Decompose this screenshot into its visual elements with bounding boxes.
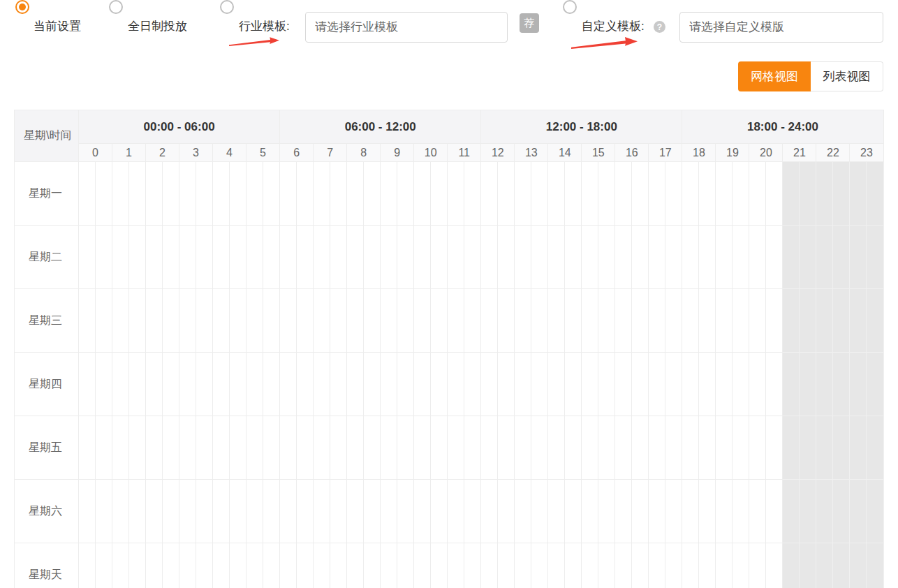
custom-template-select[interactable] — [679, 12, 883, 43]
schedule-cell[interactable] — [364, 289, 381, 353]
schedule-cell[interactable] — [364, 543, 381, 588]
schedule-cell[interactable] — [733, 162, 749, 226]
schedule-cell[interactable] — [498, 416, 515, 480]
schedule-cell[interactable] — [515, 289, 531, 353]
schedule-cell[interactable] — [79, 543, 96, 588]
schedule-cell[interactable] — [598, 416, 615, 480]
schedule-cell[interactable] — [96, 289, 112, 353]
schedule-cell[interactable] — [766, 416, 783, 480]
schedule-cell[interactable] — [397, 416, 414, 480]
schedule-cell[interactable] — [615, 480, 632, 543]
schedule-cell[interactable] — [481, 162, 498, 226]
schedule-cell[interactable] — [414, 162, 431, 226]
schedule-cell[interactable] — [816, 416, 833, 480]
schedule-cell[interactable] — [498, 353, 515, 416]
schedule-cell[interactable] — [196, 543, 213, 588]
schedule-cell[interactable] — [800, 543, 816, 588]
schedule-cell[interactable] — [196, 162, 213, 226]
schedule-cell[interactable] — [515, 416, 531, 480]
schedule-cell[interactable] — [196, 480, 213, 543]
schedule-cell[interactable] — [582, 162, 598, 226]
schedule-cell[interactable] — [665, 480, 682, 543]
schedule-cell[interactable] — [330, 416, 347, 480]
schedule-cell[interactable] — [364, 480, 381, 543]
schedule-cell[interactable] — [565, 289, 582, 353]
schedule-cell[interactable] — [867, 353, 883, 416]
schedule-cell[interactable] — [699, 480, 716, 543]
schedule-cell[interactable] — [129, 226, 146, 289]
schedule-cell[interactable] — [347, 289, 364, 353]
schedule-cell[interactable] — [230, 480, 246, 543]
radio-industry-template-label[interactable]: 行业模板: — [239, 20, 290, 34]
schedule-cell[interactable] — [431, 480, 448, 543]
schedule-cell[interactable] — [196, 289, 213, 353]
schedule-cell[interactable] — [582, 480, 598, 543]
schedule-cell[interactable] — [749, 416, 766, 480]
schedule-cell[interactable] — [464, 543, 481, 588]
schedule-cell[interactable] — [515, 162, 531, 226]
schedule-cell[interactable] — [79, 289, 96, 353]
schedule-cell[interactable] — [163, 480, 179, 543]
schedule-cell[interactable] — [632, 480, 649, 543]
schedule-cell[interactable] — [498, 162, 515, 226]
schedule-cell[interactable] — [280, 543, 297, 588]
schedule-cell[interactable] — [179, 353, 196, 416]
schedule-cell[interactable] — [163, 162, 179, 226]
schedule-cell[interactable] — [129, 162, 146, 226]
schedule-cell[interactable] — [448, 543, 464, 588]
schedule-cell[interactable] — [850, 162, 867, 226]
schedule-cell[interactable] — [615, 416, 632, 480]
schedule-cell[interactable] — [330, 353, 347, 416]
schedule-cell[interactable] — [699, 289, 716, 353]
schedule-cell[interactable] — [79, 226, 96, 289]
schedule-cell[interactable] — [79, 416, 96, 480]
schedule-cell[interactable] — [766, 226, 783, 289]
schedule-cell[interactable] — [246, 226, 263, 289]
schedule-cell[interactable] — [431, 162, 448, 226]
schedule-cell[interactable] — [381, 289, 397, 353]
schedule-cell[interactable] — [816, 289, 833, 353]
schedule-cell[interactable] — [716, 353, 733, 416]
schedule-cell[interactable] — [699, 226, 716, 289]
schedule-cell[interactable] — [163, 289, 179, 353]
schedule-cell[interactable] — [397, 226, 414, 289]
schedule-cell[interactable] — [179, 226, 196, 289]
schedule-cell[interactable] — [146, 480, 163, 543]
schedule-cell[interactable] — [481, 480, 498, 543]
schedule-cell[interactable] — [716, 162, 733, 226]
schedule-cell[interactable] — [632, 543, 649, 588]
schedule-cell[interactable] — [196, 353, 213, 416]
schedule-cell[interactable] — [833, 353, 850, 416]
schedule-cell[interactable] — [448, 416, 464, 480]
schedule-cell[interactable] — [263, 480, 280, 543]
schedule-cell[interactable] — [230, 226, 246, 289]
help-icon[interactable]: ? — [654, 21, 665, 33]
schedule-cell[interactable] — [800, 353, 816, 416]
schedule-cell[interactable] — [330, 480, 347, 543]
schedule-cell[interactable] — [280, 226, 297, 289]
schedule-cell[interactable] — [682, 226, 699, 289]
schedule-cell[interactable] — [632, 162, 649, 226]
schedule-cell[interactable] — [414, 353, 431, 416]
schedule-cell[interactable] — [347, 480, 364, 543]
schedule-cell[interactable] — [783, 480, 800, 543]
schedule-cell[interactable] — [297, 543, 314, 588]
schedule-cell[interactable] — [464, 353, 481, 416]
schedule-cell[interactable] — [783, 226, 800, 289]
schedule-cell[interactable] — [749, 226, 766, 289]
schedule-cell[interactable] — [649, 416, 665, 480]
schedule-cell[interactable] — [112, 353, 129, 416]
schedule-cell[interactable] — [682, 480, 699, 543]
schedule-cell[interactable] — [397, 162, 414, 226]
schedule-cell[interactable] — [699, 543, 716, 588]
schedule-cell[interactable] — [548, 543, 565, 588]
schedule-cell[interactable] — [230, 543, 246, 588]
schedule-cell[interactable] — [146, 353, 163, 416]
schedule-cell[interactable] — [112, 226, 129, 289]
schedule-cell[interactable] — [598, 480, 615, 543]
schedule-cell[interactable] — [867, 480, 883, 543]
schedule-cell[interactable] — [464, 416, 481, 480]
schedule-cell[interactable] — [397, 543, 414, 588]
schedule-cell[interactable] — [414, 226, 431, 289]
schedule-cell[interactable] — [867, 162, 883, 226]
